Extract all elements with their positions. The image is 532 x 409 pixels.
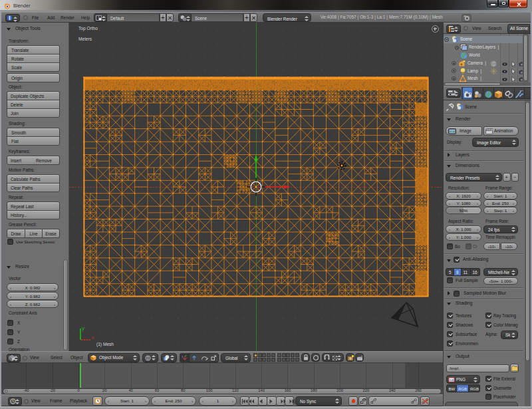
svg-text:x: x xyxy=(92,335,94,341)
svg-text:y: y xyxy=(82,325,84,331)
